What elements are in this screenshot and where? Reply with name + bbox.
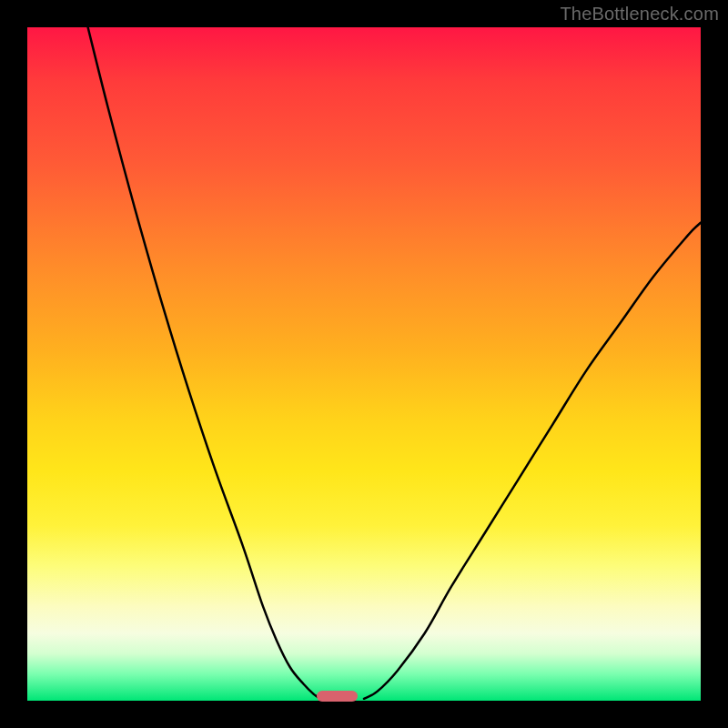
plot-area (27, 27, 701, 701)
curve-right (364, 223, 701, 699)
curve-left (88, 27, 320, 699)
curve-layer (27, 27, 701, 701)
chart-frame: TheBottleneck.com (0, 0, 728, 728)
watermark-text: TheBottleneck.com (560, 4, 719, 25)
baseline-marker (317, 691, 357, 702)
